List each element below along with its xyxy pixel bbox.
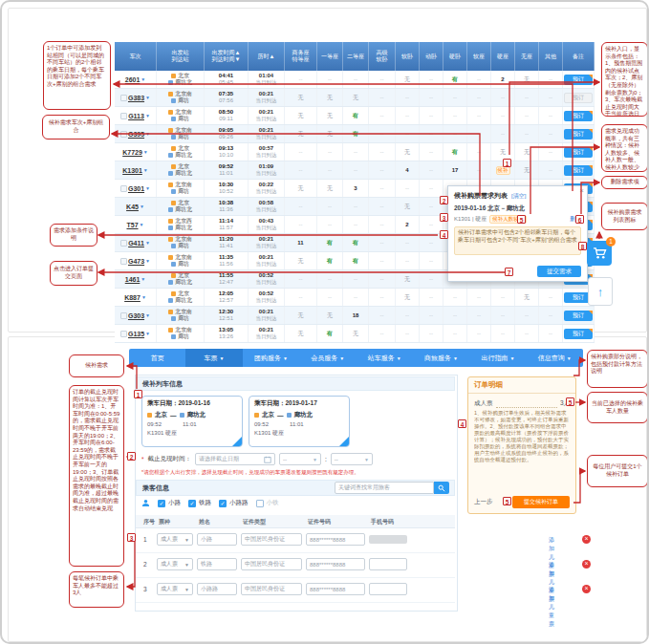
nav-item-6[interactable]: 出行指南▼	[469, 349, 526, 367]
expand-caret-icon[interactable]: ▼	[145, 131, 150, 137]
close-icon[interactable]: ×	[579, 186, 584, 195]
column-header[interactable]: 硬座	[491, 42, 515, 71]
column-header[interactable]: 一等座	[317, 42, 343, 71]
expand-caret-icon[interactable]: ▼	[145, 240, 150, 246]
expand-caret-icon[interactable]: ▼	[140, 204, 144, 209]
add-child-ticket-link[interactable]: 添加儿童票	[549, 586, 554, 629]
nav-item-2[interactable]: 团购服务▼	[243, 349, 299, 367]
train-number-link[interactable]: G113	[128, 113, 144, 119]
phone-number-input[interactable]	[369, 558, 407, 570]
frequent-passenger-option[interactable]: ✓小路	[158, 499, 181, 507]
train-number-link[interactable]: G395	[128, 131, 144, 138]
deadline-minute-select[interactable]: --▼	[331, 453, 373, 465]
nav-item-4[interactable]: 站车服务▼	[357, 349, 413, 367]
column-header[interactable]: 车次	[115, 42, 157, 71]
phone-number-input[interactable]	[369, 583, 407, 595]
search-input[interactable]: 关键词查找常用旅客	[335, 482, 434, 494]
column-header[interactable]: 历时▲	[249, 42, 285, 71]
expand-caret-icon[interactable]: ▼	[145, 331, 150, 336]
checkbox-icon[interactable]: ✓	[219, 500, 227, 507]
train-number-link[interactable]: 2601	[125, 76, 141, 83]
expand-caret-icon[interactable]: ▼	[140, 222, 144, 227]
expand-caret-icon[interactable]: ▼	[145, 258, 150, 264]
book-button[interactable]: 预订	[564, 329, 593, 339]
nav-item-5[interactable]: 商旅服务▼	[413, 349, 469, 367]
train-number-link[interactable]: G303	[128, 312, 144, 319]
submit-demand-button[interactable]: 提交需求	[537, 266, 581, 277]
expand-caret-icon[interactable]: ▼	[145, 95, 150, 100]
train-number-link[interactable]: K887	[124, 294, 141, 301]
passenger-name-input[interactable]: 铁路	[197, 558, 237, 570]
nav-item-0[interactable]: 首页	[129, 349, 185, 367]
expand-caret-icon[interactable]: ▼	[145, 185, 150, 191]
waitlist-cart-button[interactable]: 1	[587, 241, 612, 266]
nav-item-7[interactable]: 信息查询▼	[527, 349, 583, 367]
nav-item-3[interactable]: 会员服务▼	[299, 349, 356, 367]
train-number-link[interactable]: 1461	[125, 276, 141, 283]
clear-all-link[interactable]: [清空]	[511, 192, 526, 201]
column-header[interactable]: 无座	[515, 42, 539, 71]
delete-passenger-icon[interactable]: ×	[582, 560, 591, 569]
book-button[interactable]: 预订	[564, 165, 593, 176]
book-button[interactable]: 预订	[564, 75, 593, 85]
column-header[interactable]: 备注	[563, 42, 595, 71]
checkbox-icon[interactable]	[256, 500, 264, 507]
edit-corner-icon[interactable]	[339, 437, 349, 446]
column-header[interactable]: 出发时间▲到达时间▼	[205, 42, 249, 71]
train-number-link[interactable]: K7729	[122, 149, 142, 156]
id-type-input[interactable]: 中国居民身份证	[241, 533, 302, 546]
column-header[interactable]: 高级软卧	[369, 42, 396, 71]
train-number-link[interactable]: G411	[128, 240, 144, 247]
train-number-link[interactable]: K1301	[122, 167, 142, 174]
column-header[interactable]: 商务座特等座	[285, 42, 317, 71]
passenger-name-input[interactable]: 小路	[197, 533, 237, 546]
search-button[interactable]	[434, 482, 449, 494]
train-number-link[interactable]: G473	[128, 258, 144, 265]
column-header[interactable]: 其他	[539, 42, 563, 71]
ticket-type-select[interactable]: 成人票▼	[157, 558, 193, 570]
delete-passenger-icon[interactable]: ×	[582, 535, 591, 544]
id-number-input[interactable]: 888******8888	[306, 558, 365, 570]
ticket-type-select[interactable]: 成人票▼	[157, 583, 193, 595]
ticket-type-select[interactable]: 成人票▼	[157, 533, 193, 546]
book-button[interactable]: 预订	[564, 129, 593, 140]
train-number-link[interactable]: T57	[126, 222, 138, 228]
frequent-passenger-option[interactable]: ✓小路路	[219, 499, 249, 507]
deadline-date-input[interactable]: 请选择截止日期	[195, 453, 275, 465]
frequent-passenger-option[interactable]: 小铁	[256, 499, 279, 507]
column-header[interactable]: 二等座	[343, 42, 369, 71]
id-number-input[interactable]: 888******8888	[306, 583, 365, 595]
deadline-hour-select[interactable]: --▼	[279, 453, 321, 465]
book-button[interactable]: 预订	[564, 147, 593, 158]
expand-caret-icon[interactable]: ▼	[145, 113, 150, 118]
column-header[interactable]: 出发站到达站	[157, 42, 205, 71]
delete-passenger-icon[interactable]: ×	[582, 585, 591, 593]
submit-waitlist-order-button[interactable]: 提交候补订单	[512, 496, 570, 508]
book-button[interactable]: 预订	[564, 311, 593, 321]
checkbox-icon[interactable]: ✓	[158, 500, 165, 507]
train-number-link[interactable]: K45	[126, 204, 139, 210]
expand-caret-icon[interactable]: ▼	[141, 294, 146, 300]
column-header[interactable]: 软卧	[396, 42, 420, 71]
expand-caret-icon[interactable]: ▼	[145, 312, 150, 318]
column-header[interactable]: 动卧	[420, 42, 443, 71]
train-number-link[interactable]: G135	[128, 331, 144, 337]
expand-caret-icon[interactable]: ▼	[143, 149, 148, 155]
nav-item-1[interactable]: 车票▼	[185, 349, 242, 367]
column-header[interactable]: 硬卧	[443, 42, 467, 71]
passenger-name-input[interactable]: 小路路	[197, 583, 237, 595]
previous-step-button[interactable]: 上一步	[474, 498, 493, 506]
train-number-link[interactable]: G301	[128, 185, 144, 192]
id-type-input[interactable]: 中国居民身份证	[241, 583, 302, 595]
train-number-link[interactable]: G383	[128, 95, 144, 101]
edit-corner-icon[interactable]	[232, 437, 242, 446]
expand-caret-icon[interactable]: ▼	[141, 76, 145, 82]
expand-caret-icon[interactable]: ▼	[141, 276, 145, 282]
id-number-input[interactable]: 888******8888	[306, 533, 365, 546]
book-button[interactable]: 预订	[564, 111, 593, 121]
id-type-input[interactable]: 中国居民身份证	[241, 558, 302, 570]
expand-caret-icon[interactable]: ▼	[143, 167, 148, 173]
column-header[interactable]: 软座	[467, 42, 491, 71]
back-to-top-button[interactable]: ↑	[588, 277, 613, 306]
frequent-passenger-option[interactable]: ✓铁路	[188, 499, 211, 507]
